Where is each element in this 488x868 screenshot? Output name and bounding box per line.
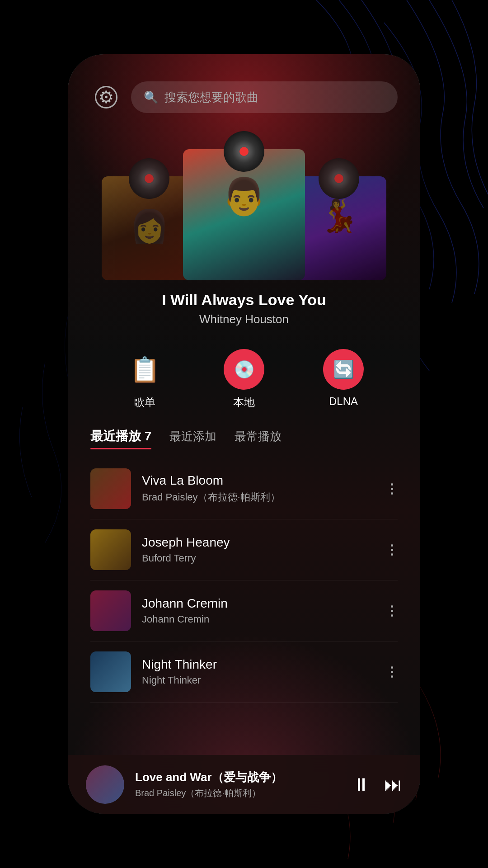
song-item-4[interactable]: Night Thinker Night Thinker: [90, 642, 398, 703]
album-carousel: I Will Always Love You Whitney Houston: [68, 127, 420, 326]
tab-most-played[interactable]: 最常播放: [235, 429, 282, 449]
search-placeholder-text: 搜索您想要的歌曲: [164, 90, 258, 105]
search-icon: 🔍: [144, 90, 158, 104]
song-artist-2: Buford Terry: [142, 552, 375, 564]
header: 🔍 搜索您想要的歌曲: [68, 54, 420, 127]
song-artist-3: Johann Cremin: [142, 613, 375, 625]
tab-most-played-label: 最常播放: [235, 429, 282, 443]
nav-item-local[interactable]: 💿 本地: [224, 349, 264, 410]
song-title-1: Viva La Bloom: [142, 473, 375, 488]
now-playing-bar-artist: Brad Paisley（布拉德·帕斯利）: [135, 787, 342, 799]
song-thumb-1: [90, 468, 131, 509]
playlist-icon-container: 📋: [124, 349, 165, 390]
tab-recent-add-label: 最近添加: [169, 429, 216, 443]
nav-label-playlist: 歌单: [134, 395, 155, 410]
more-button-2[interactable]: [386, 540, 398, 560]
playlist-icon: 📋: [130, 355, 160, 384]
pause-button[interactable]: ⏸: [352, 774, 371, 795]
tab-recent-play-label: 最近播放: [90, 429, 141, 443]
vinyl-record-left: [129, 158, 169, 199]
album-card-left[interactable]: [102, 176, 197, 280]
tab-recent-add[interactable]: 最近添加: [169, 429, 216, 449]
local-icon-circle: 💿: [224, 349, 264, 390]
song-thumb-4: [90, 651, 131, 692]
now-playing-thumbnail: [86, 765, 124, 804]
nav-item-dlna[interactable]: 🔄 DLNA: [323, 349, 364, 410]
vinyl-record-right: [319, 158, 359, 199]
album-card-right[interactable]: [291, 176, 386, 280]
tab-recent-play[interactable]: 最近播放 7: [90, 428, 151, 449]
song-thumb-3: [90, 590, 131, 631]
settings-icon: [95, 86, 117, 108]
carousel-track: [68, 136, 420, 280]
tabs-section: 最近播放 7 最近添加 最常播放: [68, 423, 420, 458]
song-info-2: Joseph Heaney Buford Terry: [142, 535, 375, 564]
now-playing-title: I Will Always Love You: [162, 291, 326, 309]
playback-controls: ⏸ ⏭: [352, 774, 402, 795]
song-title-2: Joseph Heaney: [142, 535, 375, 550]
settings-button[interactable]: [90, 81, 122, 113]
phone-shell: 🔍 搜索您想要的歌曲: [68, 54, 420, 814]
song-artist-4: Night Thinker: [142, 675, 375, 686]
song-title-4: Night Thinker: [142, 657, 375, 672]
song-item-2[interactable]: Joseph Heaney Buford Terry: [90, 519, 398, 580]
song-item-1[interactable]: Viva La Bloom Brad Paisley（布拉德·帕斯利）: [90, 458, 398, 519]
more-button-1[interactable]: [386, 479, 398, 499]
now-playing-bar-title: Love and War（爱与战争）: [135, 769, 342, 785]
dlna-icon: 🔄: [333, 359, 354, 379]
nav-item-playlist[interactable]: 📋 歌单: [124, 349, 165, 410]
now-playing-artist: Whitney Houston: [199, 312, 289, 326]
phone-screen: 🔍 搜索您想要的歌曲: [68, 54, 420, 814]
nav-label-local: 本地: [233, 395, 255, 410]
local-icon: 💿: [234, 359, 255, 379]
song-info-3: Johann Cremin Johann Cremin: [142, 596, 375, 625]
now-playing-bar: Love and War（爱与战争） Brad Paisley（布拉德·帕斯利）…: [68, 755, 420, 814]
song-info-4: Night Thinker Night Thinker: [142, 657, 375, 686]
nav-label-dlna: DLNA: [329, 395, 358, 408]
vinyl-record-center: [224, 131, 264, 172]
song-title-3: Johann Cremin: [142, 596, 375, 611]
album-card-center[interactable]: [183, 149, 305, 280]
tab-recent-play-count: 7: [145, 429, 152, 443]
nav-section: 📋 歌单 💿 本地 🔄 DLNA: [68, 326, 420, 423]
more-button-3[interactable]: [386, 601, 398, 621]
now-playing-info: Love and War（爱与战争） Brad Paisley（布拉德·帕斯利）: [135, 769, 342, 799]
song-info-1: Viva La Bloom Brad Paisley（布拉德·帕斯利）: [142, 473, 375, 504]
more-button-4[interactable]: [386, 662, 398, 682]
song-artist-1: Brad Paisley（布拉德·帕斯利）: [142, 491, 375, 504]
song-list: Viva La Bloom Brad Paisley（布拉德·帕斯利） Jose…: [68, 458, 420, 703]
song-thumb-2: [90, 529, 131, 570]
search-bar[interactable]: 🔍 搜索您想要的歌曲: [131, 81, 398, 113]
next-button[interactable]: ⏭: [384, 774, 402, 795]
song-item-3[interactable]: Johann Cremin Johann Cremin: [90, 580, 398, 642]
dlna-icon-circle: 🔄: [323, 349, 364, 390]
